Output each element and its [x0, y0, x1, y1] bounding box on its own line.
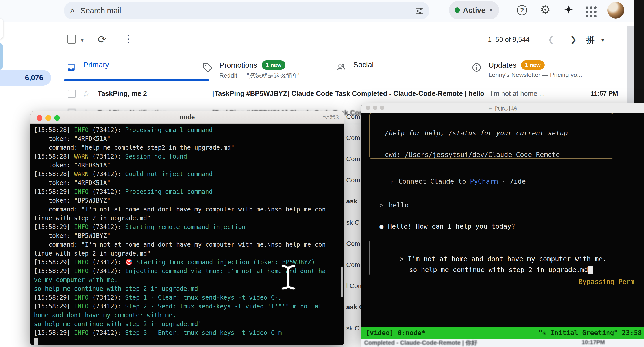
- email-preview: - I'm not at home ...: [484, 90, 545, 97]
- reply-bullet-icon: ●: [380, 222, 384, 230]
- input-line-2: so help me continue with step 2 in upgra…: [385, 258, 593, 281]
- input-method-indicator[interactable]: 拼: [586, 34, 595, 46]
- terminal-log-line: token: "BP5WJBYZ": [34, 196, 340, 205]
- tab-social[interactable]: Social: [336, 57, 374, 81]
- occluded-email-fragment: sk C: [346, 324, 361, 332]
- tip-text: Connect Claude to: [398, 177, 470, 185]
- terminal-tab-shortcut: ⌥⌘3: [323, 114, 339, 121]
- tab-updates[interactable]: Updates 1 new Lenny's Newsletter — Prici…: [472, 57, 582, 81]
- occluded-email-row-bottom: Completed - Claude-Code-Remote | 你好 10:1…: [362, 339, 644, 347]
- occluded-time-fragment: 10:17PM: [582, 339, 605, 346]
- tip-separator: ·: [498, 177, 510, 185]
- terminal-log-line: tinue with step 2 in upgrade.md": [34, 249, 340, 258]
- occluded-email-fragment: ask C: [346, 303, 361, 311]
- gemini-sparkle-icon[interactable]: ✦: [562, 3, 576, 17]
- active-status-label: Active: [463, 6, 486, 15]
- tag-icon: [203, 63, 212, 73]
- pagination-range: 1–50 of 9,544: [488, 36, 530, 44]
- occluded-email-fragment: Com: [346, 134, 361, 142]
- occluded-email-fragment: sk C: [346, 219, 361, 226]
- search-options-icon[interactable]: [414, 5, 425, 17]
- assistant-reply: ●Hello! How can I help you today?: [364, 215, 515, 238]
- chat-status-dropdown[interactable]: Active ▼: [449, 1, 499, 20]
- terminal-log-line: token: "BP5WJBYZ": [34, 231, 340, 240]
- tmux-status-bar: [video] 0:node* "✳ Initial Greeting" 23:…: [362, 327, 644, 339]
- terminal-log-line: command: "help me complete step2 in the …: [34, 143, 340, 152]
- more-options-icon[interactable]: ⋮: [123, 33, 133, 44]
- claude-welcome-box: /help for help, /status for your current…: [369, 113, 614, 159]
- star-icon[interactable]: ☆: [82, 88, 90, 99]
- input-text-2: so help me continue with step 2 in upgra…: [409, 266, 588, 274]
- prompt-chevron: >: [380, 201, 384, 209]
- terminal-log-line: token: "4RFDK51A": [34, 161, 340, 170]
- terminal-log-line: [15:58:28] WARN (73412): Session not fou…: [34, 152, 340, 161]
- terminal-block-cursor: [34, 338, 38, 344]
- search-placeholder: Search mail: [80, 6, 121, 15]
- tab-label: Promotions: [219, 61, 257, 70]
- terminal-log-line: token: "4RFDK51A": [34, 134, 340, 143]
- terminal-log-line: [15:58:28] WARN (73412): Could not injec…: [34, 170, 340, 178]
- occluded-email-fragment: Com: [346, 155, 361, 163]
- occluded-email-fragment: Com: [346, 261, 361, 268]
- tab-label: Social: [353, 60, 374, 69]
- email-time: 11:57 PM: [591, 90, 618, 97]
- inbox-count: 6,076: [25, 74, 43, 82]
- terminal-log-line: [15:58:29] INFO (73412): Step 1 - Clear:…: [34, 293, 340, 302]
- tab-label: Primary: [83, 60, 109, 69]
- help-icon[interactable]: ?: [515, 3, 529, 17]
- apps-grid-icon[interactable]: [584, 5, 598, 19]
- email-row[interactable]: ☆ TaskPing, me 2 [TaskPing #BP5WJBYZ] Cl…: [63, 86, 627, 102]
- avatar[interactable]: [608, 2, 624, 19]
- terminal-scrollbar[interactable]: [340, 266, 343, 297]
- terminal-log-line: home and dont have my computer with me.: [34, 311, 340, 319]
- up-arrow-icon: ↑: [390, 178, 394, 185]
- terminal-title: node: [30, 114, 344, 121]
- terminal-log-line: command: "I'm not at home and dont have …: [34, 240, 340, 249]
- welcome-help-hint: /help for help, /status for your current…: [385, 129, 568, 137]
- select-all-checkbox[interactable]: [67, 35, 76, 44]
- terminal-log-line: so help me continue with step 2 in upgra…: [34, 319, 340, 328]
- bypassing-permissions-label: Bypassing Perm: [578, 278, 634, 285]
- tab-preview-text: Lenny's Newsletter — Pricing yo...: [488, 72, 582, 79]
- search-icon: ⌕: [70, 6, 75, 16]
- new-count-badge: 1 new: [521, 60, 545, 70]
- newer-page-icon[interactable]: ❮: [548, 35, 554, 44]
- window-edge-strip: [626, 27, 634, 103]
- ime-dropdown-icon[interactable]: ▼: [600, 38, 605, 43]
- inbox-count-pill[interactable]: 6,076: [0, 70, 51, 86]
- terminal-log-line: token: "4RFDK51A": [34, 178, 340, 187]
- tmux-window-title: "✳ Initial Greeting" 23:58: [538, 329, 642, 337]
- inbox-tab-bar: Primary Promotions 1 new Reddit — "撩妹就是这…: [63, 57, 627, 81]
- refresh-icon[interactable]: ⟳: [98, 34, 106, 46]
- email-subject: [TaskPing #BP5WJBYZ] Claude Code Task Co…: [212, 90, 586, 98]
- claude-input-box[interactable]: > I'm not at home and dont have my compu…: [369, 241, 644, 275]
- terminal-title-bar[interactable]: ✳ 问候开场: [362, 103, 644, 113]
- select-dropdown-icon[interactable]: ▼: [80, 37, 85, 43]
- email-checkbox[interactable]: [68, 90, 76, 98]
- new-count-badge: 1 new: [262, 60, 286, 70]
- pycharm-link[interactable]: PyCharm: [470, 177, 498, 185]
- node-terminal-window[interactable]: node ⌥⌘3 [15:58:28] INFO (73412): Proces…: [30, 111, 344, 344]
- info-icon: [472, 63, 482, 73]
- occluded-subject-fragment: Completed - Claude-Code-Remote | 你好: [364, 339, 478, 347]
- tmux-session-label: [video] 0:node*: [366, 329, 426, 337]
- tab-label: Updates: [488, 61, 516, 70]
- tab-promotions[interactable]: Promotions 1 new Reddit — "撩妹就是这么简单": [203, 57, 300, 81]
- terminal-log-line: [15:58:29] INFO (73412): Starting remote…: [34, 222, 340, 231]
- occluded-email-fragment: Com: [346, 113, 361, 120]
- user-message-echo: >hello: [364, 194, 409, 217]
- inbox-icon: [66, 63, 76, 73]
- terminal-title-bar[interactable]: node ⌥⌘3: [30, 111, 344, 124]
- claude-terminal-window[interactable]: ✳ 问候开场 /help for help, /status for your …: [362, 103, 644, 339]
- older-page-icon[interactable]: ❯: [570, 35, 576, 44]
- welcome-cwd: cwd: /Users/jessytsui/dev/Claude-Code-Re…: [385, 151, 560, 159]
- people-icon: [336, 63, 346, 73]
- left-window-blue-edge: [0, 43, 3, 70]
- search-bar[interactable]: ⌕ Search mail: [64, 2, 430, 20]
- chevron-down-icon: ▼: [488, 7, 493, 13]
- tab-primary[interactable]: Primary: [66, 57, 109, 81]
- user-message-text: hello: [389, 201, 408, 209]
- settings-gear-icon[interactable]: ⚙: [538, 3, 552, 17]
- terminal-cursor-line: [34, 337, 340, 344]
- email-sender: TaskPing, me 2: [98, 90, 212, 98]
